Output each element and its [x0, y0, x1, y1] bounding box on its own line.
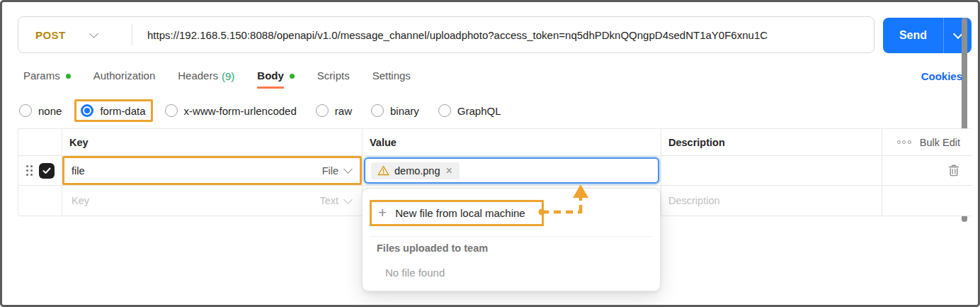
actions-cell-row2: [882, 186, 973, 216]
radio-none[interactable]: none: [19, 104, 62, 117]
radio-icon: [438, 104, 451, 117]
row-checkbox-checked[interactable]: [39, 163, 55, 179]
annotation-highlight-box: [62, 156, 362, 185]
row-handle-cell-empty: [18, 186, 62, 216]
send-button[interactable]: Send: [883, 18, 972, 53]
tab-headers[interactable]: Headers (9): [178, 69, 234, 83]
radio-icon: [19, 104, 32, 117]
description-placeholder: Description: [661, 195, 720, 206]
request-tabs: Params Authorization Headers (9) Body Sc…: [23, 69, 411, 83]
chevron-down-icon: [343, 164, 353, 174]
method-label: POST: [18, 29, 65, 41]
tab-body[interactable]: Body: [257, 69, 295, 83]
tab-label: Settings: [372, 69, 411, 83]
table-header-actions: Bulk Edit: [882, 129, 973, 156]
send-options-button[interactable]: [944, 18, 972, 53]
cookies-link[interactable]: Cookies: [921, 70, 962, 82]
green-dot-icon: [290, 74, 295, 79]
radio-binary[interactable]: binary: [371, 104, 419, 117]
body-type-options: none form-data x-www-form-urlencoded raw…: [19, 99, 501, 123]
trash-icon[interactable]: [948, 164, 959, 177]
bulk-edit-button[interactable]: Bulk Edit: [920, 137, 960, 148]
new-file-from-local-machine-item[interactable]: + New file from local machine: [370, 200, 544, 226]
new-file-label: New file from local machine: [395, 207, 525, 219]
tab-label: Headers: [178, 69, 218, 83]
tab-authorization[interactable]: Authorization: [93, 69, 156, 83]
headers-count-badge: (9): [222, 70, 234, 82]
actions-cell-row1: [882, 156, 973, 186]
type-select-value: File: [322, 165, 338, 177]
key-input[interactable]: file: [62, 165, 85, 177]
tab-params[interactable]: Params: [23, 69, 71, 83]
radio-raw[interactable]: raw: [316, 104, 352, 117]
method-select[interactable]: POST: [18, 17, 132, 52]
type-select-value: Text: [319, 195, 338, 206]
active-tab-underline: [257, 86, 284, 89]
warning-icon: [377, 165, 389, 176]
tab-label-text: Body: [257, 69, 284, 82]
chevron-down-icon: [343, 195, 353, 204]
radio-icon: [316, 104, 329, 117]
radio-checked-icon: [81, 104, 93, 117]
file-value-input-focused[interactable]: demo.png ×: [364, 157, 659, 184]
radio-label: x-www-form-urlencoded: [184, 105, 297, 117]
tab-label: Authorization: [93, 69, 156, 83]
radio-label: raw: [335, 105, 352, 117]
description-cell-row2[interactable]: Description: [661, 186, 882, 216]
radio-label: GraphQL: [457, 105, 501, 117]
file-chip-name: demo.png: [394, 165, 440, 177]
key-cell-row1: file File: [62, 156, 363, 186]
tab-scripts[interactable]: Scripts: [317, 69, 350, 83]
send-button-label: Send: [883, 29, 943, 42]
chip-close-icon[interactable]: ×: [445, 165, 453, 177]
type-select-file[interactable]: File: [322, 165, 362, 177]
no-file-found-text: No file found: [385, 267, 445, 279]
table-header-description: Description: [661, 129, 882, 156]
type-select-text[interactable]: Text: [319, 195, 362, 206]
url-input[interactable]: https://192.168.5.150:8088/openapi/v1.0/…: [132, 29, 768, 41]
table-header-handle: [18, 129, 62, 156]
radio-x-www-form-urlencoded[interactable]: x-www-form-urlencoded: [165, 104, 297, 117]
radio-label: none: [38, 105, 62, 117]
request-url-bar: POST https://192.168.5.150:8088/openapi/…: [18, 16, 874, 53]
more-options-icon[interactable]: [897, 140, 911, 144]
tab-label: Scripts: [317, 69, 350, 83]
chevron-down-icon: [90, 29, 99, 38]
key-input-placeholder[interactable]: Key: [62, 195, 89, 206]
radio-graphql[interactable]: GraphQL: [438, 104, 501, 117]
radio-icon: [371, 104, 384, 117]
value-cell-row1: demo.png ×: [363, 156, 661, 186]
plus-icon: +: [378, 205, 387, 220]
app-window: POST https://192.168.5.150:8088/openapi/…: [0, 0, 980, 307]
files-uploaded-section-title: Files uploaded to team: [377, 242, 488, 254]
drag-handle-icon[interactable]: [26, 165, 33, 176]
row-handle-cell: [18, 156, 62, 186]
radio-label: binary: [390, 105, 419, 117]
tab-label: Body: [257, 69, 284, 83]
divider: [370, 236, 653, 237]
checkmark-icon: [42, 167, 51, 174]
tab-settings[interactable]: Settings: [372, 69, 411, 83]
file-picker-dropdown: + New file from local machine Files uplo…: [362, 188, 661, 291]
radio-icon: [165, 104, 178, 117]
table-header-key: Key: [62, 129, 363, 156]
radio-form-data[interactable]: form-data: [81, 104, 145, 117]
file-chip: demo.png ×: [371, 162, 460, 179]
table-header-value: Value: [363, 129, 661, 156]
description-cell-row1[interactable]: [661, 156, 882, 186]
key-cell-row2: Key Text: [62, 186, 363, 216]
tab-label: Params: [23, 69, 60, 83]
radio-label: form-data: [100, 105, 145, 117]
green-dot-icon: [66, 74, 71, 79]
